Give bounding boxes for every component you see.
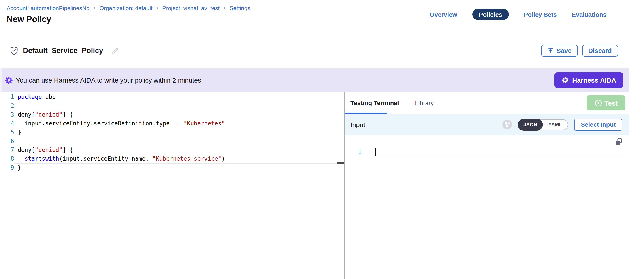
code-line-1[interactable]: 1package abc — [2, 93, 344, 102]
input-line-number: 1 — [345, 148, 362, 156]
discard-label: Discard — [588, 47, 612, 54]
code-line-6[interactable]: 6 — [2, 137, 344, 146]
line-number: 9 — [2, 163, 14, 172]
test-button[interactable]: Test — [586, 95, 626, 110]
tab-library[interactable]: Library — [415, 99, 434, 106]
top-nav: OverviewPoliciesPolicy SetsEvaluations — [430, 9, 606, 20]
code-line-5[interactable]: 5} — [2, 128, 344, 137]
input-current-line — [375, 148, 628, 156]
upload-icon — [547, 47, 554, 54]
line-number: 2 — [2, 102, 14, 110]
code-line-2[interactable]: 2 — [2, 102, 344, 110]
format-toggle: JSON YAML — [518, 119, 568, 130]
nav-item-policy-sets[interactable]: Policy Sets — [524, 11, 556, 18]
aida-banner-message: You can use Harness AIDA to write your p… — [16, 76, 201, 84]
line-content — [14, 137, 18, 146]
harness-aida-button[interactable]: Harness AIDA — [554, 72, 623, 88]
line-content: input.serviceEntity.serviceDefinition.ty… — [14, 119, 225, 128]
save-button[interactable]: Save — [541, 45, 578, 56]
shield-check-icon — [10, 46, 18, 55]
toggle-yaml[interactable]: YAML — [543, 122, 568, 127]
code-line-4[interactable]: 4 input.serviceEntity.serviceDefinition.… — [2, 119, 344, 128]
breadcrumb-item[interactable]: Organization: default — [99, 5, 152, 12]
line-content — [14, 102, 18, 110]
line-number: 3 — [2, 110, 14, 119]
aida-flower-icon — [4, 76, 13, 84]
nav-item-policies[interactable]: Policies — [472, 9, 509, 20]
page-title: New Policy — [6, 14, 51, 24]
overview-ruler-cursor-mark — [337, 162, 344, 164]
line-content: deny["denied"] { — [14, 146, 73, 154]
line-number: 1 — [2, 93, 14, 102]
policy-name: Default_Service_Policy — [23, 46, 103, 55]
page-header: Account: automationPipelinesNg›Organizat… — [0, 0, 628, 34]
tab-testing-terminal[interactable]: Testing Terminal — [350, 99, 399, 106]
line-content: startswith(input.serviceEntity.name, "Ku… — [14, 154, 225, 163]
line-number: 5 — [2, 128, 14, 137]
play-icon — [594, 99, 602, 106]
input-section-header: Input JSON YAML — [345, 114, 628, 135]
active-tab-underline — [345, 112, 387, 114]
policy-code-editor[interactable]: 1package abc23deny["denied"] {4 input.se… — [2, 92, 344, 279]
page-right-boundary — [628, 0, 629, 279]
chevron-right-icon: › — [156, 4, 158, 11]
main-area: 1package abc23deny["denied"] {4 input.se… — [0, 92, 628, 279]
breadcrumb-item[interactable]: Project: vishal_av_test — [162, 5, 220, 12]
select-input-button[interactable]: Select Input — [574, 118, 622, 130]
testing-panel: Testing Terminal Library Test Input — [345, 92, 628, 279]
code-line-7[interactable]: 7deny["denied"] { — [2, 146, 344, 154]
chevron-right-icon: › — [94, 4, 96, 11]
discard-button[interactable]: Discard — [582, 45, 618, 56]
code-line-8[interactable]: 8 startswith(input.serviceEntity.name, "… — [2, 154, 344, 163]
line-content: deny["denied"] { — [14, 110, 73, 119]
testing-tabs: Testing Terminal Library Test — [345, 92, 628, 114]
code-line-3[interactable]: 3deny["denied"] { — [2, 110, 344, 119]
policy-toolbar: Default_Service_Policy Save Discard — [0, 34, 628, 68]
input-label: Input — [350, 121, 365, 128]
line-number: 8 — [2, 154, 14, 163]
line-number: 6 — [2, 137, 14, 146]
aida-flower-icon-white — [561, 76, 569, 84]
line-content: } — [14, 128, 21, 137]
aida-button-label: Harness AIDA — [572, 76, 616, 84]
breadcrumb-item[interactable]: Account: automationPipelinesNg — [6, 5, 90, 12]
input-editor[interactable]: 1 — [345, 135, 628, 279]
nav-item-overview[interactable]: Overview — [430, 11, 457, 18]
toolbar-actions: Save Discard — [541, 45, 618, 56]
text-cursor — [375, 148, 376, 156]
line-content: package abc — [14, 93, 56, 102]
breadcrumb-item[interactable]: Settings — [230, 5, 250, 12]
policy-editor-page: Account: automationPipelinesNg›Organizat… — [0, 0, 644, 279]
toggle-json[interactable]: JSON — [518, 118, 543, 130]
line-number: 4 — [2, 119, 14, 128]
nav-item-evaluations[interactable]: Evaluations — [572, 11, 606, 18]
aida-banner: You can use Harness AIDA to write your p… — [2, 68, 628, 92]
save-label: Save — [556, 47, 572, 54]
line-number: 7 — [2, 146, 14, 154]
chevron-right-icon: › — [224, 4, 226, 11]
code-line-9[interactable]: 9} — [2, 163, 344, 172]
breadcrumb: Account: automationPipelinesNg›Organizat… — [6, 5, 250, 12]
edit-pencil-icon[interactable] — [111, 47, 118, 54]
copy-icon[interactable] — [615, 138, 623, 146]
test-button-label: Test — [604, 99, 618, 106]
line-content: } — [14, 163, 21, 172]
fork-icon[interactable] — [502, 120, 512, 129]
